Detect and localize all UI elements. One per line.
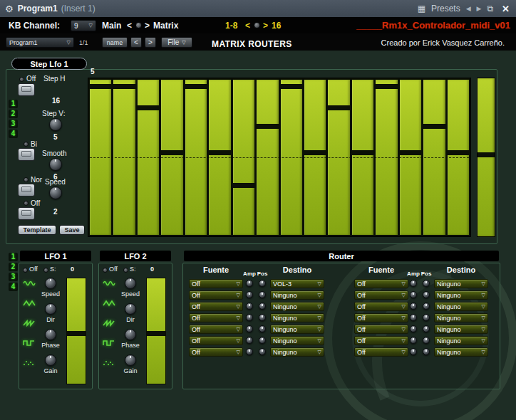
- detach-window-icon[interactable]: ⧉: [487, 4, 494, 14]
- page-next-label[interactable]: >: [145, 21, 150, 31]
- next-button[interactable]: >: [145, 37, 156, 48]
- saw-wave-icon[interactable]: [23, 319, 36, 327]
- bi-display-button[interactable]: [18, 148, 35, 161]
- amp-knob[interactable]: [410, 303, 417, 310]
- page-prev-label[interactable]: <: [127, 21, 132, 31]
- prev-button[interactable]: <: [130, 37, 142, 48]
- page-select-knob[interactable]: [135, 22, 142, 28]
- destination-dropdown[interactable]: Ninguno▽: [434, 290, 488, 300]
- step-bar-1[interactable]: [90, 80, 111, 235]
- pos-knob[interactable]: [259, 314, 266, 321]
- lfo-page-1[interactable]: 1: [9, 253, 18, 261]
- pos-knob[interactable]: [259, 291, 266, 298]
- step-bar-12[interactable]: [352, 80, 373, 235]
- step-v-knob[interactable]: [49, 118, 62, 131]
- step-bar-7[interactable]: [233, 80, 254, 235]
- destination-dropdown[interactable]: Ninguno▽: [434, 347, 488, 357]
- amp-knob[interactable]: [410, 291, 417, 298]
- destination-dropdown[interactable]: Ninguno▽: [270, 347, 324, 357]
- step-bar-8[interactable]: [257, 80, 278, 235]
- preset-next-icon[interactable]: ▶: [477, 5, 482, 12]
- amp-knob[interactable]: [410, 337, 417, 344]
- source-dropdown[interactable]: Off▽: [189, 279, 243, 288]
- step-bar-14[interactable]: [400, 80, 421, 235]
- pos-knob[interactable]: [423, 291, 430, 298]
- destination-dropdown[interactable]: Ninguno▽: [434, 325, 488, 334]
- destination-dropdown[interactable]: Ninguno▽: [270, 290, 324, 300]
- source-dropdown[interactable]: Off▽: [354, 325, 408, 334]
- destination-dropdown[interactable]: Ninguno▽: [434, 302, 488, 311]
- range-next-label[interactable]: >: [263, 21, 268, 31]
- source-dropdown[interactable]: Off▽: [354, 347, 408, 357]
- step-page-4[interactable]: 4: [9, 130, 18, 138]
- triangle-wave-icon[interactable]: [23, 299, 36, 308]
- range-select-knob[interactable]: [254, 22, 260, 28]
- destination-dropdown[interactable]: Ninguno▽: [270, 302, 324, 311]
- side-bar[interactable]: [477, 78, 495, 237]
- amp-knob[interactable]: [246, 325, 253, 332]
- lfo-speed-knob[interactable]: [125, 278, 136, 289]
- random-wave-icon[interactable]: [103, 359, 115, 367]
- pos-knob[interactable]: [259, 348, 266, 355]
- pos-knob[interactable]: [259, 303, 266, 310]
- step-off2-led[interactable]: [24, 201, 29, 206]
- lfo-meter[interactable]: [66, 278, 86, 384]
- pos-knob[interactable]: [423, 314, 430, 321]
- lfo-gain-knob[interactable]: [45, 355, 56, 366]
- amp-knob[interactable]: [410, 348, 417, 355]
- lfo-phase-knob[interactable]: [125, 329, 136, 340]
- step-bar-4[interactable]: [161, 80, 182, 235]
- template-button[interactable]: Template: [18, 225, 56, 235]
- step-bar-6[interactable]: [209, 80, 230, 235]
- source-dropdown[interactable]: Off▽: [189, 290, 243, 300]
- destination-dropdown[interactable]: Ninguno▽: [434, 313, 488, 322]
- nor-display-button[interactable]: [18, 184, 35, 196]
- smooth-knob[interactable]: [49, 158, 62, 171]
- saw-wave-icon[interactable]: [103, 319, 115, 327]
- source-dropdown[interactable]: Off▽: [189, 325, 243, 334]
- step-bar-10[interactable]: [304, 80, 326, 235]
- lfo-page-4[interactable]: 4: [9, 283, 18, 291]
- pos-knob[interactable]: [423, 325, 430, 332]
- amp-knob[interactable]: [410, 314, 417, 321]
- random-wave-icon[interactable]: [23, 359, 36, 367]
- source-dropdown[interactable]: Off▽: [189, 336, 243, 345]
- close-icon[interactable]: ✕: [502, 4, 510, 14]
- lfo-off-led[interactable]: [103, 268, 108, 273]
- source-dropdown[interactable]: Off▽: [354, 313, 408, 322]
- destination-dropdown[interactable]: Ninguno▽: [270, 313, 324, 322]
- step-bar-15[interactable]: [423, 80, 445, 235]
- lfo-off-led[interactable]: [23, 268, 28, 273]
- name-button[interactable]: name: [102, 37, 128, 48]
- source-dropdown[interactable]: Off▽: [189, 313, 243, 322]
- step-bar-13[interactable]: [376, 80, 397, 235]
- sine-wave-icon[interactable]: [23, 279, 36, 288]
- lfo-sync-led[interactable]: [43, 268, 48, 273]
- lfo-phase-knob[interactable]: [45, 329, 56, 340]
- step-page-2[interactable]: 2: [9, 110, 18, 118]
- destination-dropdown[interactable]: VOL-3▽: [270, 279, 324, 288]
- source-dropdown[interactable]: Off▽: [354, 290, 408, 300]
- program-dropdown[interactable]: Program1▽: [6, 37, 74, 48]
- pos-knob[interactable]: [423, 348, 430, 355]
- source-dropdown[interactable]: Off▽: [354, 336, 408, 345]
- square-wave-icon[interactable]: [103, 339, 115, 347]
- destination-dropdown[interactable]: Ninguno▽: [270, 325, 324, 334]
- lfo-gain-knob[interactable]: [125, 355, 136, 366]
- step-speed-knob[interactable]: [49, 187, 62, 199]
- amp-knob[interactable]: [246, 291, 253, 298]
- bi-led[interactable]: [24, 142, 29, 147]
- pos-knob[interactable]: [423, 337, 430, 344]
- pos-knob[interactable]: [259, 325, 266, 332]
- destination-dropdown[interactable]: Ninguno▽: [434, 336, 488, 345]
- lfo-dir-knob[interactable]: [45, 303, 56, 315]
- step-bar-11[interactable]: [328, 80, 349, 235]
- file-button[interactable]: File▽: [161, 37, 192, 48]
- square-wave-icon[interactable]: [23, 339, 36, 347]
- step-bar-5[interactable]: [185, 80, 207, 235]
- step-page-1[interactable]: 1: [9, 100, 18, 108]
- lfo-page-3[interactable]: 3: [9, 273, 18, 281]
- pos-knob[interactable]: [423, 280, 430, 287]
- pos-knob[interactable]: [423, 303, 430, 310]
- nor-led[interactable]: [24, 177, 29, 182]
